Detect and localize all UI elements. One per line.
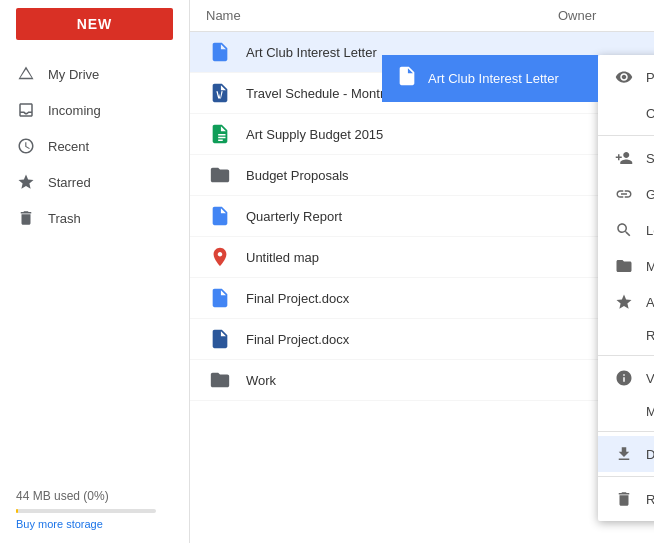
file-row[interactable]: Final Project.docx [190,319,654,360]
ctx-label: Remove [646,492,654,507]
file-row[interactable]: Final Project.docx [190,278,654,319]
col-name-header: Name [206,8,542,23]
sidebar-item-label: Trash [48,211,173,226]
context-menu: Preview Open with › Share... Get link [598,55,654,521]
drive-icon [16,64,36,84]
storage-info: 44 MB used (0%) Buy more storage [0,477,189,543]
sidebar-item-my-drive[interactable]: My Drive [0,56,189,92]
ctx-view-details[interactable]: View details [598,360,654,396]
ctx-divider [598,431,654,432]
file-row[interactable]: Art Supply Budget 2015 [190,114,654,155]
file-row[interactable]: Work [190,360,654,401]
clock-icon [16,136,36,156]
file-list: Art Club Interest Letter Travel Schedule… [190,32,654,543]
ctx-open-with[interactable]: Open with › [598,95,654,131]
ctx-move-to[interactable]: Move to... [598,248,654,284]
sidebar-item-incoming[interactable]: Incoming [0,92,189,128]
folder-icon [206,366,234,394]
word-icon [206,325,234,353]
doc-icon [206,38,234,66]
ctx-divider [598,135,654,136]
file-row[interactable]: Budget Proposals [190,155,654,196]
inbox-icon [16,100,36,120]
sidebar-item-label: My Drive [48,67,173,82]
ctx-make-copy[interactable]: Make a copy [598,396,654,427]
storage-text: 44 MB used (0%) [16,489,109,503]
doc-icon [206,284,234,312]
buy-storage-link[interactable]: Buy more storage [16,518,103,530]
sidebar-item-label: Recent [48,139,173,154]
ctx-label: View details [646,371,654,386]
folder-move-icon [614,256,634,276]
file-name: Quarterly Report [246,209,638,224]
storage-bar-fill [16,509,18,513]
file-name: Final Project.docx [246,332,638,347]
file-name: Budget Proposals [246,168,638,183]
selected-file-header: Art Club Interest Letter [382,55,598,102]
ctx-add-star[interactable]: Add star [598,284,654,320]
map-icon [206,243,234,271]
search-icon [614,220,634,240]
folder-icon [206,161,234,189]
file-row[interactable]: Quarterly Report [190,196,654,237]
file-row[interactable]: Untitled map [190,237,654,278]
sidebar-item-label: Starred [48,175,173,190]
doc-icon [206,202,234,230]
sidebar-item-starred[interactable]: Starred [0,164,189,200]
selected-file-name: Art Club Interest Letter [428,71,584,86]
ctx-label: Make a copy [646,404,654,419]
file-name: Untitled map [246,250,638,265]
ctx-remove[interactable]: Remove [598,481,654,517]
download-icon [614,444,634,464]
ctx-label: Get link [646,187,654,202]
file-name: Final Project.docx [246,291,638,306]
ctx-locate[interactable]: Locate in My Drive [598,212,654,248]
ctx-label: Rename... [646,328,654,343]
storage-bar [16,509,156,513]
trash-icon [16,208,36,228]
star-icon [16,172,36,192]
sidebar-item-trash[interactable]: Trash [0,200,189,236]
ctx-download[interactable]: Download [598,436,654,472]
sidebar-item-label: Incoming [48,103,173,118]
ctx-label: Add star [646,295,654,310]
ctx-label: Preview [646,70,654,85]
info-icon [614,368,634,388]
sidebar-item-recent[interactable]: Recent [0,128,189,164]
ctx-label: Open with [646,106,654,121]
ctx-rename[interactable]: Rename... [598,320,654,351]
link-icon [614,184,634,204]
open-with-icon [614,103,634,123]
main-content: Name Owner Art Club Interest Letter Art … [190,0,654,543]
ctx-label: Move to... [646,259,654,274]
ctx-divider [598,476,654,477]
ctx-divider [598,355,654,356]
ctx-get-link[interactable]: Get link [598,176,654,212]
file-name: Art Supply Budget 2015 [246,127,638,142]
selected-file-doc-icon [396,65,418,92]
star-add-icon [614,292,634,312]
file-name: Work [246,373,638,388]
ctx-label: Download [646,447,654,462]
ctx-label: Share... [646,151,654,166]
ctx-preview[interactable]: Preview [598,59,654,95]
eye-icon [614,67,634,87]
sheet-icon [206,120,234,148]
new-button[interactable]: NEW [16,8,173,40]
sidebar: NEW My Drive Incoming Recent Starred Tra… [0,0,190,543]
trash-remove-icon [614,489,634,509]
ctx-label: Locate in My Drive [646,223,654,238]
col-owner-header: Owner [558,8,638,23]
word-icon [206,79,234,107]
file-list-header: Name Owner [190,0,654,32]
person-add-icon [614,148,634,168]
ctx-share[interactable]: Share... [598,140,654,176]
